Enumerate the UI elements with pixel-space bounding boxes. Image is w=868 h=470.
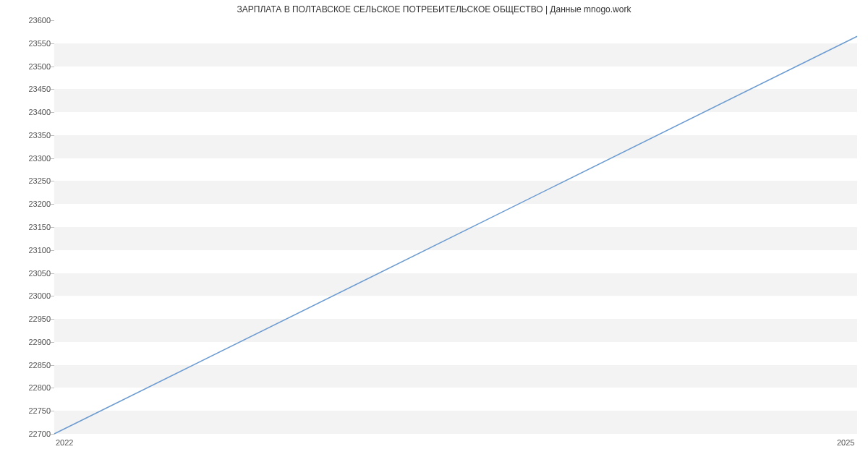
y-tick-mark: [51, 319, 54, 320]
y-tick-mark: [51, 20, 54, 21]
y-tick-mark: [51, 43, 54, 44]
y-tick-label: 23050: [7, 269, 51, 278]
y-tick-mark: [51, 434, 54, 435]
line-path: [54, 36, 857, 434]
y-tick-mark: [51, 112, 54, 113]
chart-container: ЗАРПЛАТА В ПОЛТАВСКОЕ СЕЛЬСКОЕ ПОТРЕБИТЕ…: [0, 0, 868, 470]
y-tick-mark: [51, 342, 54, 343]
y-tick-mark: [51, 273, 54, 274]
y-tick-mark: [51, 181, 54, 181]
y-tick-label: 22700: [7, 430, 51, 438]
y-tick-mark: [51, 227, 54, 228]
y-tick-label: 22850: [7, 361, 51, 369]
y-tick-label: 23300: [7, 154, 51, 163]
x-tick-label: 2025: [837, 438, 854, 447]
y-tick-label: 23350: [7, 131, 51, 140]
y-tick-label: 22950: [7, 315, 51, 323]
y-tick-mark: [51, 67, 54, 67]
y-tick-label: 23600: [7, 16, 51, 25]
y-tick-mark: [51, 158, 54, 159]
y-tick-label: 23100: [7, 246, 51, 255]
y-tick-label: 23450: [7, 85, 51, 93]
y-tick-label: 23150: [7, 223, 51, 231]
y-tick-label: 23250: [7, 176, 51, 185]
y-tick-mark: [51, 296, 54, 296]
y-tick-label: 22800: [7, 383, 51, 392]
y-tick-label: 23200: [7, 200, 51, 208]
y-tick-mark: [51, 135, 54, 136]
y-tick-label: 23400: [7, 108, 51, 116]
y-tick-mark: [51, 365, 54, 366]
y-tick-mark: [51, 411, 54, 411]
x-tick-label: 2022: [56, 438, 73, 447]
plot-area: [54, 20, 857, 434]
y-tick-label: 22750: [7, 406, 51, 415]
chart-title: ЗАРПЛАТА В ПОЛТАВСКОЕ СЕЛЬСКОЕ ПОТРЕБИТЕ…: [0, 4, 868, 14]
y-tick-label: 23500: [7, 62, 51, 71]
y-tick-mark: [51, 250, 54, 251]
y-tick-label: 22900: [7, 338, 51, 346]
y-tick-mark: [51, 204, 54, 205]
y-tick-label: 23550: [7, 39, 51, 48]
line-series: [54, 20, 857, 433]
y-tick-mark: [51, 89, 54, 90]
y-tick-mark: [51, 388, 54, 388]
y-tick-label: 23000: [7, 291, 51, 300]
